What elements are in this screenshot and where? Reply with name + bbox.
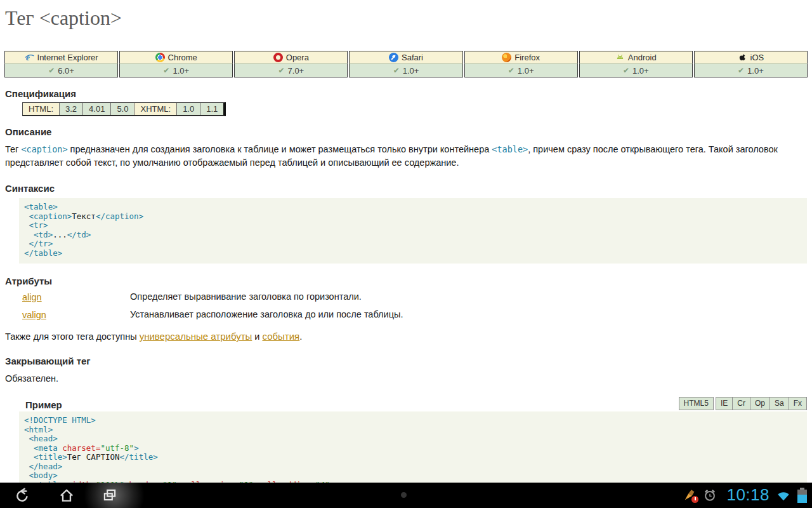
android-navbar: 10:18 bbox=[0, 483, 812, 508]
closing-tag-text: Обязателен. bbox=[5, 373, 812, 384]
support-version-android: ✔1.0+ bbox=[579, 64, 693, 77]
token-tag: <meta bbox=[24, 443, 62, 453]
spec-cell: 4.01 bbox=[83, 103, 111, 115]
check-icon: ✔ bbox=[738, 66, 744, 75]
code-line: </table> bbox=[24, 249, 802, 258]
syntax-code-block: <table> <caption>Текст</caption> <tr> <t… bbox=[19, 198, 807, 264]
opera-icon bbox=[273, 53, 283, 62]
code-line: </head> bbox=[24, 462, 802, 472]
support-version-safari: ✔1.0+ bbox=[349, 64, 462, 77]
check-icon: ✔ bbox=[163, 66, 169, 75]
code-line: <table> bbox=[24, 203, 802, 212]
code-line: <head> bbox=[24, 434, 802, 444]
inline-link[interactable]: универсальные атрибуты bbox=[140, 331, 252, 342]
token-tag: <td> bbox=[24, 230, 53, 239]
token-text: ... bbox=[53, 230, 67, 239]
home-icon bbox=[58, 487, 75, 504]
token-tag: <html> bbox=[24, 425, 53, 434]
code-line: <title>Тег CAPTION</title> bbox=[24, 453, 802, 462]
code-line: </tr> bbox=[24, 239, 802, 249]
token-attr: charset= bbox=[62, 443, 100, 453]
token-tag: <caption> bbox=[24, 211, 72, 221]
status-area[interactable]: 10:18 bbox=[683, 483, 807, 508]
code-line: <td>...</td> bbox=[24, 231, 802, 240]
support-cell-ios: iOS bbox=[694, 51, 808, 64]
browser-support-header-row: e Internet Explorer Chrome Opera Safari … bbox=[4, 51, 808, 64]
token-text: Тег CAPTION bbox=[67, 452, 120, 462]
spec-cell: 1.1 bbox=[200, 103, 223, 115]
token-tag: </caption> bbox=[96, 211, 143, 221]
support-cell-ie: e Internet Explorer bbox=[4, 51, 118, 64]
browser-version: 6.0+ bbox=[58, 66, 74, 76]
code-line: <html> bbox=[24, 425, 802, 435]
check-icon: ✔ bbox=[508, 66, 514, 75]
browser-version: 1.0+ bbox=[632, 66, 649, 76]
navbar-buttons bbox=[13, 483, 121, 508]
token-text: Тег bbox=[5, 144, 21, 154]
support-cell-firefox: Firefox bbox=[464, 51, 578, 64]
spec-cell: XHTML: bbox=[134, 103, 177, 115]
token-tag: <body> bbox=[24, 471, 58, 480]
tab-chrome: Cr bbox=[732, 397, 750, 410]
tab-opera: Op bbox=[750, 397, 770, 410]
token-tag: <head> bbox=[24, 434, 58, 443]
example-heading: Пример bbox=[25, 399, 62, 410]
syntax-heading: Синтаксис bbox=[5, 183, 812, 194]
token-tag: <title> bbox=[24, 452, 67, 462]
spec-cell: HTML: bbox=[23, 103, 60, 115]
token-code: <table> bbox=[492, 144, 528, 154]
browser-version: 7.0+ bbox=[288, 66, 304, 76]
token-text: . bbox=[299, 331, 302, 342]
token-val: "utf-8" bbox=[100, 443, 134, 453]
inline-link[interactable]: события bbox=[262, 331, 299, 342]
support-version-ie: ✔6.0+ bbox=[4, 64, 118, 77]
code-line: <caption>Текст</caption> bbox=[24, 212, 802, 222]
attribute-row-valign: valign Устанавливает расположение заголо… bbox=[22, 309, 812, 321]
closing-tag-heading: Закрывающий тег bbox=[5, 356, 812, 366]
firefox-icon bbox=[502, 53, 511, 62]
token-text: предназначен для создания заголовка к та… bbox=[68, 144, 492, 154]
battery-icon bbox=[797, 488, 807, 503]
chrome-icon bbox=[155, 53, 165, 62]
recent-apps-button[interactable] bbox=[99, 485, 121, 506]
notification-icon bbox=[683, 488, 697, 502]
token-text: Текст bbox=[72, 211, 96, 221]
token-tag: > bbox=[134, 443, 139, 453]
token-tag: <tr> bbox=[24, 220, 48, 230]
browser-support-table: e Internet Explorer Chrome Opera Safari … bbox=[4, 51, 808, 77]
browser-version: 1.0+ bbox=[747, 66, 764, 76]
browser-name: Android bbox=[628, 53, 657, 62]
token-tag: </td> bbox=[67, 230, 91, 239]
spec-cell: 5.0 bbox=[111, 103, 134, 115]
attribute-description: Устанавливает расположение заголовка до … bbox=[130, 309, 812, 319]
browser-name: Safari bbox=[402, 53, 423, 62]
valign-attribute-link[interactable]: valign bbox=[22, 310, 46, 320]
menu-hint-dot bbox=[401, 492, 407, 498]
wifi-icon bbox=[776, 488, 790, 502]
home-button[interactable] bbox=[56, 485, 77, 506]
code-line: <meta charset="utf-8"> bbox=[24, 444, 802, 453]
page-content: Тег <caption> e Internet Explorer Chrome… bbox=[0, 0, 812, 483]
back-button[interactable] bbox=[13, 485, 34, 506]
specification-table: HTML: 3.2 4.01 5.0 XHTML: 1.0 1.1 bbox=[22, 102, 226, 116]
tab-safari: Sa bbox=[769, 397, 789, 410]
attributes-heading: Атрибуты bbox=[5, 276, 812, 286]
token-tag: </tr> bbox=[24, 239, 53, 248]
support-cell-chrome: Chrome bbox=[119, 51, 233, 64]
code-line: <!DOCTYPE HTML> bbox=[24, 416, 802, 425]
align-attribute-link[interactable]: align bbox=[22, 292, 42, 302]
browser-version: 1.0+ bbox=[173, 66, 189, 76]
attribute-row-align: align Определяет выравнивание заголовка … bbox=[22, 291, 812, 303]
check-icon: ✔ bbox=[278, 66, 284, 75]
notification-badge bbox=[691, 496, 698, 503]
android-icon bbox=[615, 53, 625, 62]
token-text: Также для этого тега доступны bbox=[5, 331, 140, 342]
example-header: Пример HTML5 IE Cr Op Sa Fx bbox=[25, 396, 807, 410]
attributes-note: Также для этого тега доступны универсаль… bbox=[5, 331, 807, 342]
browser-support-version-row: ✔6.0+ ✔1.0+ ✔7.0+ ✔1.0+ ✔1.0+ ✔1.0+ ✔1.0… bbox=[4, 64, 808, 77]
battery-fill bbox=[797, 495, 807, 503]
spec-cell: 3.2 bbox=[60, 103, 83, 115]
support-cell-android: Android bbox=[579, 51, 693, 64]
tab-html5: HTML5 bbox=[679, 397, 714, 410]
check-icon: ✔ bbox=[48, 66, 55, 75]
